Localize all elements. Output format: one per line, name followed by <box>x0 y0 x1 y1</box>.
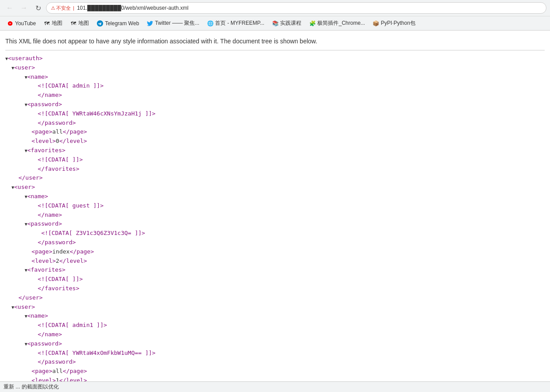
xml-line: ▼<favorites> <box>5 265 545 275</box>
xml-line: </user> <box>5 293 545 303</box>
xml-line: ▼<password> <box>5 100 545 109</box>
xml-line: <![CDATA[ YWRtaW46cXNsYmJzaH1j ]]> <box>5 109 545 119</box>
bookmark-pypi-label: PyPI·Python包 <box>381 19 415 27</box>
xml-line: <![CDATA[ ]]> <box>5 275 545 284</box>
twitter-icon <box>147 20 153 27</box>
xml-line: </favorites> <box>5 284 545 293</box>
warning-icon: ⚠ <box>51 5 55 11</box>
xml-line: <page>all</page> <box>5 367 545 376</box>
xml-line: ▼<user> <box>5 63 545 73</box>
reload-button[interactable]: ↻ <box>32 2 44 14</box>
xml-line: ▼<password> <box>5 339 545 349</box>
xml-line: </password> <box>5 119 545 128</box>
xml-tree: ▼<userauth> ▼<user> ▼<name> <![CDATA[ ad… <box>5 52 545 392</box>
xml-line: </name> <box>5 91 545 100</box>
bookmark-telegram-label: Telegram Web <box>105 20 139 27</box>
xml-line: </user> <box>5 173 545 183</box>
bookmark-extension-label: 极简插件_Chrome... <box>317 19 365 27</box>
back-button[interactable]: ← <box>4 2 16 14</box>
map2-icon: 🗺 <box>70 20 77 27</box>
xml-line: <level>2</level> <box>5 257 545 266</box>
xml-line: <level>0</level> <box>5 137 545 146</box>
xml-line: ▼<favorites> <box>5 146 545 155</box>
bottom-bar: 重新 ... 的截面图以优化 <box>0 381 550 392</box>
url-text: 101.█████████0/web/xml/webuser-auth.xml <box>77 5 188 11</box>
bookmark-map1-label: 地图 <box>52 19 62 27</box>
bookmark-twitter[interactable]: Twitter —— 聚焦... <box>143 18 203 28</box>
xml-line: </name> <box>5 211 545 220</box>
xml-line: ▼<name> <box>5 192 545 201</box>
xml-line: </password> <box>5 357 545 367</box>
xml-line: <![CDATA[ ]]> <box>5 155 545 165</box>
map1-icon: 🗺 <box>44 20 50 27</box>
bookmark-myfreemp-label: 首页 - MYFREEMP... <box>215 19 264 27</box>
xml-line: ▼<name> <box>5 311 545 321</box>
xml-line: </password> <box>5 238 545 247</box>
xml-line: <![CDATA[ YWRtaW4xOmFkbW1uMQ== ]]> <box>5 349 545 358</box>
bookmark-telegram[interactable]: Telegram Web <box>93 19 142 28</box>
page-content: This XML file does not appear to have an… <box>0 31 550 392</box>
xml-line: ▼<userauth> <box>5 54 545 63</box>
xml-line: ▼<user> <box>5 303 545 312</box>
bookmark-twitter-label: Twitter —— 聚焦... <box>155 19 199 27</box>
browser-chrome: ← → ↻ ⚠ 不安全 | 101.█████████0/web/xml/web… <box>0 0 550 31</box>
telegram-icon <box>97 20 103 27</box>
xml-line: <![CDATA[ guest ]]> <box>5 201 545 211</box>
bookmark-map2[interactable]: 🗺 地图 <box>67 18 92 28</box>
myfreemp-icon: 🌐 <box>207 20 213 27</box>
bottom-bar-text: 重新 ... 的截面图以优化 <box>4 383 59 391</box>
insecure-badge: ⚠ 不安全 | <box>51 5 74 12</box>
xml-line: </name> <box>5 330 545 339</box>
bookmark-extension[interactable]: 🧩 极简插件_Chrome... <box>306 18 368 28</box>
bookmark-course-label: 实践课程 <box>280 19 301 27</box>
bookmark-myfreemp[interactable]: 🌐 首页 - MYFREEMP... <box>204 18 268 28</box>
xml-line: </favorites> <box>5 165 545 174</box>
xml-line: ▼<password> <box>5 219 545 229</box>
xml-line: <![CDATA[ admin ]]> <box>5 81 545 91</box>
address-bar[interactable]: ⚠ 不安全 | 101.█████████0/web/xml/webuser-a… <box>46 2 546 14</box>
youtube-icon <box>7 20 13 27</box>
forward-button[interactable]: → <box>18 2 30 14</box>
nav-bar: ← → ↻ ⚠ 不安全 | 101.█████████0/web/xml/web… <box>0 0 550 16</box>
xml-line: <![CDATA[ Z3V1c3Q6Z3V1c3Q= ]]> <box>5 229 545 238</box>
course-icon: 📚 <box>272 20 278 27</box>
xml-line: ▼<name> <box>5 73 545 82</box>
bookmark-youtube-label: YouTube <box>15 20 36 27</box>
bookmark-youtube[interactable]: YouTube <box>4 19 39 28</box>
extension-icon: 🧩 <box>309 20 315 27</box>
xml-line: ▼<user> <box>5 183 545 192</box>
bookmark-map2-label: 地图 <box>78 19 89 27</box>
bookmark-map1[interactable]: 🗺 地图 <box>40 18 66 28</box>
xml-notice: This XML file does not appear to have an… <box>5 34 545 50</box>
insecure-text: 不安全 <box>56 5 71 12</box>
bookmark-course[interactable]: 📚 实践课程 <box>269 18 305 28</box>
pypi-icon: 📦 <box>373 20 379 27</box>
bookmarks-bar: YouTube 🗺 地图 🗺 地图 Telegram Web Twitter —… <box>0 16 550 30</box>
bookmark-pypi[interactable]: 📦 PyPI·Python包 <box>369 18 419 28</box>
xml-line: <page>all</page> <box>5 127 545 137</box>
xml-line: <page>index</page> <box>5 247 545 257</box>
xml-line: <![CDATA[ admin1 ]]> <box>5 321 545 330</box>
